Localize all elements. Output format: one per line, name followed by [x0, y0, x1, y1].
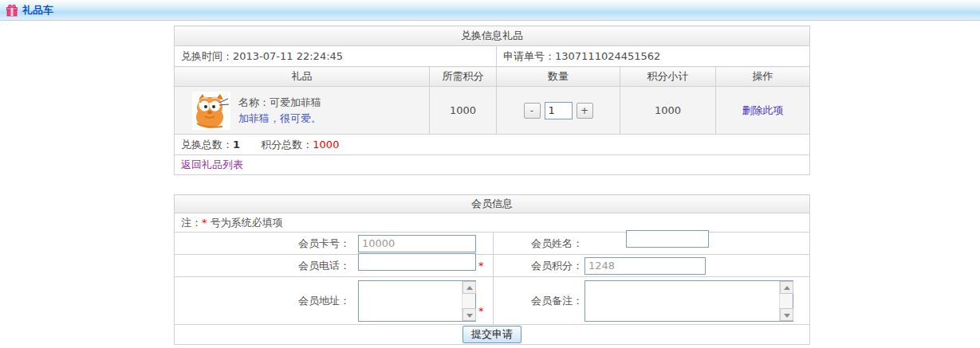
- member-address-textarea[interactable]: [359, 281, 462, 321]
- totals-row: 兑换总数：1 积分总数：1000: [175, 135, 810, 155]
- top-bar: 礼品车: [0, 0, 980, 21]
- total-points-label: 积分总数：: [261, 139, 313, 151]
- member-card-label: 会员卡号：: [175, 237, 350, 251]
- note-suffix: 号为系统必填项: [207, 217, 283, 229]
- exchange-time-cell: 兑换时间：2013-07-11 22:24:45: [175, 46, 497, 67]
- exchange-table-title: 兑换信息礼品: [175, 26, 810, 46]
- quantity-input[interactable]: [545, 102, 573, 119]
- quantity-minus-button[interactable]: -: [524, 103, 541, 119]
- textarea-scrollbar[interactable]: [779, 281, 793, 321]
- back-to-gift-list-link[interactable]: 返回礼品列表: [181, 158, 243, 170]
- scroll-down-icon[interactable]: [462, 308, 476, 321]
- member-remark-textarea-frame: [584, 280, 793, 322]
- total-qty-value: 1: [233, 139, 240, 151]
- member-remark-label: 会员备注：: [494, 294, 583, 308]
- gift-cart-icon: [6, 4, 18, 17]
- note-prefix: 注：: [181, 217, 202, 229]
- col-header-quantity: 数量: [497, 67, 620, 87]
- col-header-points-required: 所需积分: [430, 67, 497, 87]
- phone-required-star: *: [478, 260, 484, 272]
- exchange-time-label: 兑换时间：: [181, 50, 233, 62]
- quantity-stepper: - +: [524, 102, 593, 119]
- member-points-label: 会员积分：: [494, 259, 583, 273]
- gift-name-label: 名称：: [238, 96, 270, 108]
- col-header-action: 操作: [716, 67, 810, 87]
- scroll-up-icon[interactable]: [462, 281, 476, 294]
- order-no-cell: 申请单号：1307111024451562: [497, 46, 810, 67]
- member-phone-label: 会员电话：: [175, 259, 350, 273]
- member-points-input[interactable]: [584, 257, 706, 275]
- member-card-input[interactable]: [358, 235, 476, 252]
- quantity-plus-button[interactable]: +: [577, 103, 593, 119]
- page-title: 礼品车: [22, 3, 53, 18]
- gift-desc-link[interactable]: 加菲猫，很可爱。: [238, 112, 321, 124]
- total-qty-label: 兑换总数：: [181, 139, 233, 151]
- col-header-gift: 礼品: [175, 67, 430, 87]
- scroll-down-icon[interactable]: [780, 308, 793, 321]
- member-info-table: 会员信息 注：* 号为系统必填项 会员卡号： 会员姓名： 会员电: [174, 194, 810, 345]
- order-no-label: 申请单号：: [503, 50, 555, 62]
- exchange-table: 兑换信息礼品 兑换时间：2013-07-11 22:24:45 申请单号：130…: [174, 25, 810, 175]
- col-header-subtotal: 积分小计: [620, 67, 716, 87]
- gift-name-value: 可爱加菲猫: [270, 96, 321, 108]
- member-info-title: 会员信息: [175, 195, 810, 213]
- member-address-textarea-frame: [358, 280, 476, 322]
- textarea-scrollbar[interactable]: [462, 281, 475, 321]
- submit-application-button[interactable]: 提交申请: [462, 326, 521, 343]
- member-address-label: 会员地址：: [175, 294, 350, 308]
- scroll-up-icon[interactable]: [780, 281, 793, 294]
- member-phone-input[interactable]: [358, 253, 476, 271]
- gift-cell: 名称：可爱加菲猫 加菲猫，很可爱。: [175, 92, 429, 130]
- exchange-time-value: 2013-07-11 22:24:45: [233, 50, 343, 62]
- member-name-label: 会员姓名：: [494, 237, 583, 251]
- gift-points-cell: 1000: [430, 87, 497, 135]
- garfield-product-image: [192, 92, 230, 130]
- gift-name-line: 名称：可爱加菲猫: [238, 96, 321, 108]
- delete-item-link[interactable]: 删除此项: [742, 104, 784, 116]
- order-no-value: 1307111024451562: [555, 50, 660, 62]
- total-points-value: 1000: [313, 139, 339, 151]
- gift-subtotal-cell: 1000: [620, 87, 716, 135]
- required-note: 注：* 号为系统必填项: [175, 213, 810, 233]
- cart-item-row: 名称：可爱加菲猫 加菲猫，很可爱。 1000 - + 1000 删除此项: [175, 87, 810, 135]
- member-name-input[interactable]: [626, 230, 709, 248]
- address-required-star: *: [478, 305, 484, 317]
- member-remark-textarea[interactable]: [585, 281, 779, 321]
